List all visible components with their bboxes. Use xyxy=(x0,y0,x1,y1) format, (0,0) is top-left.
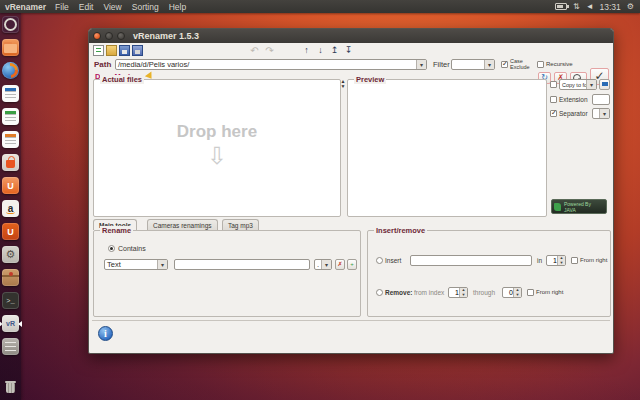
launcher-item-dash[interactable] xyxy=(0,15,21,36)
launcher-item-window-list[interactable] xyxy=(0,337,21,358)
open-folder-icon[interactable] xyxy=(106,45,117,56)
launcher-item-software-center[interactable] xyxy=(0,153,21,174)
menubar-app-name[interactable]: vRenamer xyxy=(5,2,46,12)
spinner-arrows[interactable]: ▲▼ xyxy=(459,288,467,297)
extension-label: Extension xyxy=(559,96,588,103)
undo-icon[interactable]: ↶ xyxy=(249,45,260,56)
move-down-icon[interactable]: ↓ xyxy=(315,45,326,56)
spin-down-icon[interactable]: ▼ xyxy=(462,292,466,297)
insert-label: Insert xyxy=(385,257,401,264)
separator-combobox[interactable]: ▾ xyxy=(592,108,610,119)
contains-radio[interactable] xyxy=(108,245,115,252)
through-spinner[interactable]: 0 ▲▼ xyxy=(502,287,522,298)
powered-by-java-badge: Powered By JAVA xyxy=(551,199,607,214)
spinner-arrows[interactable]: ▲▼ xyxy=(557,256,565,265)
remove-from-right-checkbox[interactable] xyxy=(527,289,534,296)
tab-tag-mp3[interactable]: Tag mp3 xyxy=(222,219,259,230)
chevron-down-icon[interactable]: ▾ xyxy=(599,109,609,118)
launcher-item-files[interactable] xyxy=(0,38,21,59)
spin-down-icon[interactable]: ▼ xyxy=(560,260,564,265)
recursive-checkbox[interactable] xyxy=(537,61,544,68)
new-file-icon[interactable] xyxy=(93,45,104,56)
actual-files-panel[interactable]: Actual files Drop here ⇩ xyxy=(93,79,341,217)
drop-here-text: Drop here xyxy=(94,122,340,142)
launcher-item-trash[interactable] xyxy=(0,377,21,398)
minimize-button[interactable] xyxy=(105,32,113,40)
menu-file[interactable]: File xyxy=(55,2,69,12)
chevron-down-icon[interactable]: ▾ xyxy=(586,80,596,89)
preview-title: Preview xyxy=(354,75,386,84)
insert-from-right-checkbox[interactable] xyxy=(571,257,578,264)
network-icon[interactable]: ⇅ xyxy=(573,3,580,11)
launcher-item-writer[interactable] xyxy=(0,84,21,105)
session-gear-icon[interactable]: ⚙ xyxy=(627,3,634,11)
window-list-icon xyxy=(2,338,19,355)
copy-to-folder-checkbox[interactable] xyxy=(550,81,557,88)
clock[interactable]: 13:31 xyxy=(600,2,621,12)
ubuntu-one-music-icon: U xyxy=(2,223,19,240)
ubuntu-one-icon: U xyxy=(2,177,19,194)
chevron-down-icon[interactable]: ▾ xyxy=(416,60,426,69)
launcher-item-firefox[interactable] xyxy=(0,61,21,82)
move-bottom-icon[interactable]: ↧ xyxy=(343,45,354,56)
chevron-down-icon[interactable]: ▾ xyxy=(157,260,167,269)
rename-title: Rename xyxy=(100,226,133,235)
maximize-button[interactable] xyxy=(117,32,125,40)
launcher-item-settings[interactable]: ⚙ xyxy=(0,245,21,266)
insert-position-spinner[interactable]: 1 ▲▼ xyxy=(546,255,566,266)
browse-folder-button[interactable] xyxy=(599,79,610,90)
libreoffice-writer-icon xyxy=(2,85,19,102)
battery-icon[interactable] xyxy=(555,3,567,10)
chevron-down-icon[interactable]: ▾ xyxy=(321,260,331,269)
launcher-item-ubuntu-one[interactable]: U xyxy=(0,176,21,197)
rename-pattern-field[interactable] xyxy=(174,259,310,270)
add-rule-button[interactable]: + xyxy=(347,259,357,270)
menu-view[interactable]: View xyxy=(103,2,121,12)
redo-icon[interactable]: ↷ xyxy=(264,45,275,56)
move-top-icon[interactable]: ↥ xyxy=(329,45,340,56)
case-exclude-label: Case Exclude xyxy=(510,58,534,70)
insert-text-field[interactable] xyxy=(410,255,532,266)
through-label: through xyxy=(473,289,495,296)
volume-icon[interactable]: ◄ xyxy=(586,3,594,11)
info-icon[interactable]: i xyxy=(98,326,113,341)
remove-radio[interactable] xyxy=(376,289,383,296)
menu-sorting[interactable]: Sorting xyxy=(132,2,159,12)
status-divider xyxy=(92,320,610,321)
insert-radio[interactable] xyxy=(376,257,383,264)
menu-help[interactable]: Help xyxy=(169,2,186,12)
close-button[interactable] xyxy=(93,32,101,40)
spinner-arrows[interactable]: ▲▼ xyxy=(513,288,521,297)
separator-checkbox[interactable] xyxy=(550,110,557,117)
tab-cameras-renamings[interactable]: Cameras renamings xyxy=(147,219,218,230)
save-icon[interactable] xyxy=(119,45,130,56)
remove-rule-button[interactable]: ✗ xyxy=(335,259,345,270)
launcher-item-terminal[interactable]: >_ xyxy=(0,291,21,312)
extension-checkbox[interactable] xyxy=(550,96,557,103)
launcher-item-calc[interactable] xyxy=(0,107,21,128)
launcher-item-vrenamer[interactable]: vR xyxy=(0,314,21,335)
case-exclude-checkbox[interactable] xyxy=(501,61,508,68)
launcher-item-impress[interactable] xyxy=(0,130,21,151)
rename-mode-combobox[interactable]: Text ▾ xyxy=(104,259,168,270)
launcher-item-ubuntu-one-music[interactable]: U xyxy=(0,222,21,243)
spin-down-icon[interactable]: ▼ xyxy=(516,292,520,297)
preview-panel[interactable]: Preview xyxy=(347,79,547,217)
extension-field[interactable] xyxy=(592,94,610,105)
splitter-handle[interactable]: ▲ ▼ xyxy=(340,79,346,89)
window-titlebar[interactable]: vRenamer 1.5.3 xyxy=(89,29,613,43)
launcher-item-amazon[interactable]: a xyxy=(0,199,21,220)
from-index-spinner[interactable]: 1 ▲▼ xyxy=(448,287,468,298)
menu-edit[interactable]: Edit xyxy=(79,2,94,12)
rename-suffix-combobox[interactable]: . ▾ xyxy=(314,259,332,270)
chevron-down-icon[interactable]: ▾ xyxy=(484,60,494,69)
filter-combobox[interactable]: ▾ xyxy=(451,59,495,70)
launcher-item-package[interactable] xyxy=(0,268,21,289)
path-label: Path xyxy=(94,60,111,69)
save-all-icon[interactable] xyxy=(132,45,143,56)
path-combobox[interactable]: /media/d/Pelis varios/ ▾ xyxy=(115,59,427,70)
move-up-icon[interactable]: ↑ xyxy=(301,45,312,56)
copy-to-folder-combobox[interactable]: Copy to folder ▾ xyxy=(559,79,597,90)
badge-line2: JAVA xyxy=(564,207,576,213)
insert-remove-group: Insert/remove Insert in 1 ▲▼ From right … xyxy=(367,230,611,317)
